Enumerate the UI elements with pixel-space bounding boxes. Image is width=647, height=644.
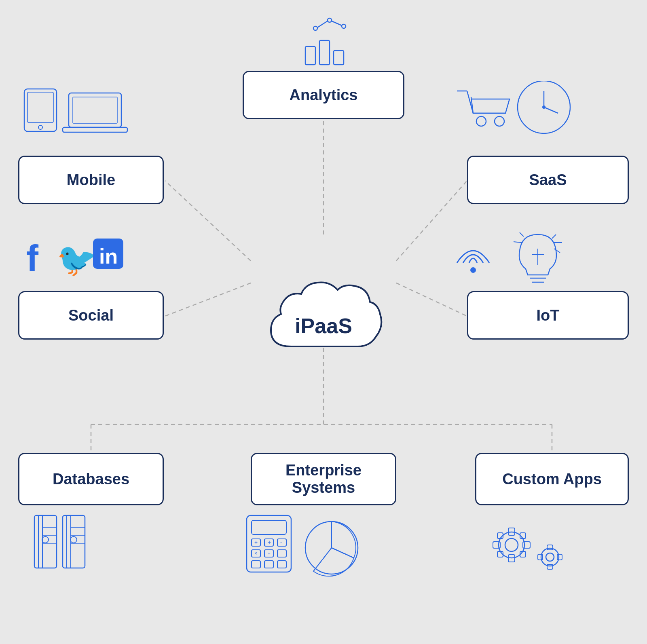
svg-rect-51 (63, 515, 85, 568)
svg-point-78 (505, 538, 518, 551)
mobile-box: Mobile (18, 156, 164, 204)
ipaas-center: iPaaS (259, 274, 388, 371)
svg-text:×: × (254, 551, 257, 556)
svg-rect-17 (334, 51, 344, 65)
databases-label: Databases (53, 471, 129, 488)
enterprise-icon: + + - × ÷ (243, 511, 364, 578)
svg-rect-21 (69, 93, 121, 127)
analytics-box: Analytics (243, 71, 404, 119)
enterprise-box: Enterprise Systems (251, 453, 396, 505)
enterprise-label: Enterprise Systems (285, 462, 362, 496)
svg-rect-64 (277, 550, 286, 557)
svg-point-77 (499, 532, 524, 558)
customapps-box: Custom Apps (475, 453, 629, 505)
svg-rect-65 (252, 561, 260, 568)
ipaas-label: iPaaS (295, 314, 352, 338)
svg-rect-15 (305, 46, 315, 65)
svg-rect-67 (277, 561, 286, 568)
saas-icon (451, 81, 576, 148)
svg-text:🐦: 🐦 (57, 241, 97, 279)
iot-label: IoT (537, 307, 560, 324)
svg-point-26 (495, 116, 504, 126)
svg-rect-89 (547, 545, 553, 550)
analytics-label: Analytics (290, 87, 358, 104)
svg-rect-52 (67, 515, 71, 568)
svg-point-35 (470, 267, 476, 273)
diagram-container: .dash-line { stroke: #aaa; stroke-width:… (0, 0, 647, 644)
saas-icon-area (451, 81, 576, 149)
social-icon-area: f 🐦 in (24, 230, 129, 285)
saas-label: SaaS (529, 171, 567, 189)
svg-rect-20 (27, 92, 53, 122)
svg-line-76 (313, 548, 332, 571)
iot-icons (449, 226, 578, 285)
customapps-icon (475, 513, 588, 577)
svg-text:+: + (254, 539, 258, 545)
svg-rect-22 (73, 97, 117, 123)
svg-rect-45 (34, 515, 57, 568)
databases-icon (28, 511, 129, 576)
svg-point-30 (542, 106, 546, 109)
svg-line-1 (165, 181, 251, 261)
analytics-icon (291, 12, 356, 71)
svg-rect-92 (557, 554, 562, 560)
social-label: Social (68, 307, 114, 324)
mobile-icon (20, 81, 133, 146)
svg-line-42 (554, 249, 560, 253)
svg-text:+: + (268, 539, 271, 545)
databases-icon-area (28, 511, 129, 578)
customapps-label: Custom Apps (502, 471, 602, 488)
svg-point-88 (546, 553, 554, 561)
svg-point-12 (342, 24, 346, 28)
customapps-icon-area (475, 513, 588, 579)
svg-text:in: in (99, 245, 118, 268)
svg-point-56 (70, 536, 77, 543)
iot-box: IoT (467, 291, 629, 340)
svg-rect-58 (252, 520, 286, 534)
mobile-icon-area (20, 81, 133, 147)
svg-rect-23 (63, 127, 127, 132)
svg-line-75 (332, 548, 354, 558)
svg-line-3 (165, 283, 251, 316)
svg-line-13 (317, 21, 328, 27)
svg-point-19 (38, 125, 42, 129)
enterprise-icon-area: + + - × ÷ (243, 511, 364, 580)
svg-line-4 (396, 283, 467, 316)
databases-box: Databases (18, 453, 164, 505)
saas-box: SaaS (467, 156, 629, 204)
svg-rect-16 (319, 40, 330, 65)
svg-point-11 (328, 18, 332, 22)
social-icons: f 🐦 in (24, 230, 129, 283)
svg-line-43 (520, 232, 524, 236)
analytics-icon-area (291, 12, 356, 72)
svg-point-10 (313, 26, 317, 30)
svg-rect-66 (264, 561, 273, 568)
iot-icon-area (449, 226, 578, 287)
svg-text:f: f (26, 238, 39, 279)
social-box: Social (18, 291, 164, 340)
mobile-label: Mobile (67, 171, 115, 189)
svg-rect-91 (538, 554, 543, 560)
svg-text:÷: ÷ (268, 551, 271, 556)
svg-text:-: - (280, 539, 282, 545)
svg-line-40 (552, 234, 556, 239)
svg-rect-90 (547, 564, 553, 569)
svg-point-25 (476, 116, 486, 126)
svg-line-14 (332, 21, 342, 25)
svg-line-29 (544, 107, 558, 113)
svg-point-50 (42, 536, 49, 543)
svg-point-87 (541, 548, 559, 566)
svg-line-44 (514, 242, 522, 243)
svg-rect-46 (38, 515, 42, 568)
